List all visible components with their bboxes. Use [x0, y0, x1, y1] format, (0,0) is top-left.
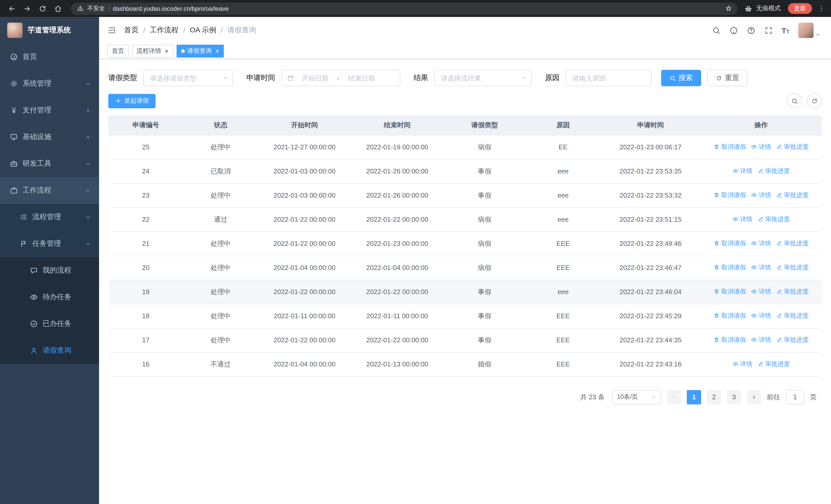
start-date-input[interactable]	[295, 74, 335, 82]
github-icon[interactable]	[729, 26, 738, 35]
detail-link[interactable]: 详情	[733, 167, 752, 176]
url-text[interactable]: dashboard.yudao.iocoder.cn/bpm/oa/leave	[113, 5, 719, 12]
apply-time-range-picker[interactable]: -	[281, 70, 400, 86]
sidebar-item[interactable]: 支付管理	[0, 97, 99, 124]
leave-type-select-input[interactable]	[144, 70, 232, 86]
table-header-cell: 原因	[525, 116, 601, 135]
help-icon[interactable]	[747, 26, 755, 35]
browser-reload-icon[interactable]	[38, 4, 47, 12]
warning-icon	[77, 5, 84, 12]
page-number-button[interactable]: 1	[687, 390, 701, 404]
fullscreen-icon[interactable]	[764, 26, 773, 35]
font-size-icon[interactable]: TT	[781, 26, 790, 34]
detail-link[interactable]: 详情	[751, 143, 771, 151]
detail-link[interactable]: 详情	[751, 263, 771, 272]
cancel-link[interactable]: 取消请假	[714, 288, 746, 296]
security-warning-label[interactable]: 不安全	[87, 5, 105, 12]
close-tab-icon[interactable]: ×	[215, 48, 219, 54]
progress-link[interactable]: 审批进度	[757, 167, 790, 176]
detail-link[interactable]: 详情	[751, 191, 771, 200]
breadcrumb-item[interactable]: 工作流程	[150, 26, 179, 35]
goto-page-input[interactable]	[786, 390, 804, 404]
sidebar-item[interactable]: 首页	[0, 43, 99, 70]
page-size-select[interactable]: 10条/页	[612, 390, 661, 404]
progress-link-label: 审批进度	[784, 239, 809, 248]
pen-icon	[776, 265, 782, 271]
search-button[interactable]: 搜索	[661, 70, 701, 86]
cancel-link[interactable]: 取消请假	[714, 312, 746, 320]
eye-icon	[751, 337, 757, 343]
tab[interactable]: 请假查询×	[176, 45, 224, 58]
browser-menu-icon[interactable]	[818, 5, 825, 12]
sidebar-item[interactable]: 已办任务	[0, 310, 99, 337]
tab[interactable]: 流程详情×	[132, 45, 173, 58]
address-bar[interactable]: 不安全 dashboard.yudao.iocoder.cn/bpm/oa/le…	[71, 2, 738, 14]
sidebar-item[interactable]: 系统管理	[0, 70, 99, 97]
browser-forward-icon[interactable]	[23, 4, 31, 12]
detail-link[interactable]: 详情	[751, 312, 771, 320]
next-page-button[interactable]	[747, 390, 761, 404]
detail-link[interactable]: 详情	[751, 288, 771, 296]
cancel-link[interactable]: 取消请假	[714, 143, 746, 151]
header-search-icon[interactable]	[712, 26, 720, 35]
progress-link[interactable]: 审批进度	[776, 312, 809, 320]
progress-link[interactable]: 审批进度	[757, 215, 790, 224]
progress-link[interactable]: 审批进度	[776, 336, 809, 345]
browser-back-icon[interactable]	[8, 4, 16, 12]
page-number-button[interactable]: 2	[707, 390, 721, 404]
detail-link[interactable]: 详情	[733, 215, 752, 224]
cell-status: 处理中	[183, 183, 258, 207]
sidebar-item[interactable]: 待办任务	[0, 284, 99, 310]
sidebar-item[interactable]: 我的流程	[0, 257, 99, 284]
detail-link[interactable]: 详情	[751, 239, 771, 248]
prev-page-button[interactable]	[667, 390, 681, 404]
leave-type-filter: 请假类型	[108, 70, 233, 86]
cell-reason: eee	[525, 159, 601, 183]
reason-input[interactable]	[566, 70, 651, 86]
page-number-button[interactable]: 3	[727, 390, 741, 404]
toggle-search-button[interactable]	[787, 93, 802, 108]
detail-link[interactable]: 详情	[751, 336, 771, 345]
bookmark-star-icon[interactable]	[725, 5, 733, 12]
progress-link[interactable]: 审批进度	[776, 143, 809, 151]
sidebar-item[interactable]: 基础设施	[0, 124, 99, 150]
sidebar-item[interactable]: 工作流程	[0, 177, 99, 204]
cell-apply_time: 2022-01-22 23:46:04	[601, 280, 700, 304]
detail-link-label: 详情	[759, 288, 771, 296]
progress-link[interactable]: 审批进度	[776, 288, 809, 296]
progress-link[interactable]: 审批进度	[776, 263, 809, 272]
update-button[interactable]: 更新	[788, 3, 812, 14]
progress-link[interactable]: 审批进度	[776, 239, 809, 248]
user-menu[interactable]	[798, 23, 821, 38]
cancel-link-label: 取消请假	[721, 312, 746, 320]
close-tab-icon[interactable]: ×	[165, 48, 169, 54]
refresh-table-button[interactable]	[807, 93, 822, 108]
progress-link[interactable]: 审批进度	[757, 360, 790, 368]
sidebar-item[interactable]: 请假查询	[0, 337, 99, 364]
tab[interactable]: 首页	[107, 45, 129, 58]
cancel-link[interactable]: 取消请假	[714, 263, 746, 272]
cancel-link[interactable]: 取消请假	[714, 336, 746, 345]
reset-button[interactable]: 重置	[707, 70, 747, 86]
pen-icon	[776, 144, 782, 150]
result-select[interactable]	[434, 70, 532, 86]
cancel-link[interactable]: 取消请假	[714, 239, 746, 248]
browser-home-icon[interactable]	[54, 4, 62, 12]
cancel-link[interactable]: 取消请假	[714, 191, 746, 200]
sidebar-item[interactable]: 任务管理	[0, 231, 99, 257]
breadcrumb-item[interactable]: OA 示例	[190, 26, 216, 35]
table-header-cell: 开始时间	[258, 116, 351, 135]
breadcrumb-item[interactable]: 首页	[124, 26, 139, 35]
user-avatar[interactable]	[798, 23, 813, 38]
progress-link[interactable]: 审批进度	[776, 191, 809, 200]
sidebar-item[interactable]: 研发工具	[0, 150, 99, 177]
leave-type-select[interactable]	[143, 70, 233, 86]
sidebar-item[interactable]: 流程管理	[0, 204, 99, 231]
sidebar-collapse-icon[interactable]	[107, 26, 116, 35]
end-date-input[interactable]	[342, 74, 382, 82]
reason-input-box[interactable]	[566, 70, 652, 86]
result-select-input[interactable]	[435, 70, 531, 86]
sidebar-item-label: 已办任务	[42, 319, 71, 328]
create-leave-button[interactable]: 发起请假	[108, 94, 155, 108]
detail-link[interactable]: 详情	[733, 360, 752, 368]
